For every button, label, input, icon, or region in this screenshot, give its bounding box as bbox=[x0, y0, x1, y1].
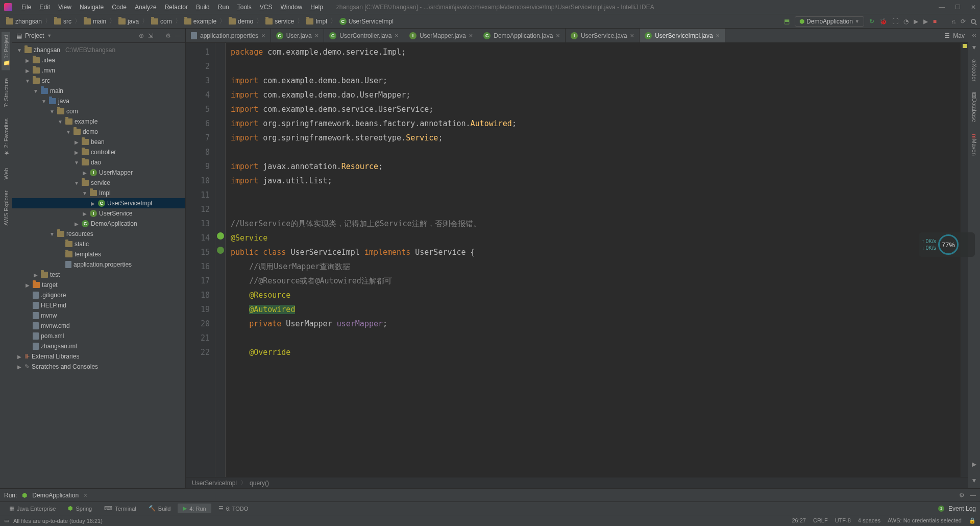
breadcrumb-item[interactable]: Impl bbox=[304, 18, 329, 25]
editor-tab[interactable]: application.properties× bbox=[186, 29, 271, 42]
git-icon[interactable]: ⎌ bbox=[952, 18, 955, 25]
event-log-button[interactable]: Event Log bbox=[948, 505, 976, 512]
code-content[interactable]: package com.example.demo.service.Impl; i… bbox=[226, 43, 961, 477]
close-tab-icon[interactable]: × bbox=[315, 32, 319, 39]
editor-tab[interactable]: CDemoApplication.java× bbox=[478, 29, 566, 42]
menu-help[interactable]: Help bbox=[307, 3, 326, 12]
breadcrumb-item[interactable]: zhangsan bbox=[4, 18, 44, 25]
file-encoding[interactable]: UTF-8 bbox=[835, 517, 851, 524]
code-line[interactable]: @Autowired bbox=[231, 302, 961, 317]
code-line[interactable]: @Resource bbox=[231, 288, 961, 302]
code-line[interactable] bbox=[231, 145, 961, 159]
tree-node[interactable]: zhangsan.iml bbox=[12, 341, 185, 351]
bottom-tab[interactable]: ▶4: Run bbox=[178, 504, 211, 513]
breadcrumb-item[interactable]: main bbox=[82, 18, 108, 25]
breadcrumb-item[interactable]: src bbox=[52, 18, 74, 25]
tree-node[interactable]: ▶bean bbox=[12, 137, 185, 147]
code-line[interactable]: //调用UserMapper查询数据 bbox=[231, 259, 961, 274]
side-tab-structure[interactable]: 7: Structure bbox=[2, 75, 10, 110]
side-tab-aixcoder[interactable]: aiXcoder bbox=[970, 56, 978, 84]
crumb-method[interactable]: query() bbox=[250, 480, 269, 487]
tree-node[interactable]: mvnw bbox=[12, 310, 185, 321]
tree-node[interactable]: ▼zhangsanC:\WEB\zhangsan bbox=[12, 45, 185, 55]
stop-icon[interactable]: ■ bbox=[933, 18, 937, 25]
menu-refactor[interactable]: Refactor bbox=[162, 3, 191, 12]
code-line[interactable]: //@Resource或者@Autowired注解都可 bbox=[231, 274, 961, 288]
tree-node[interactable]: static bbox=[12, 239, 185, 249]
hide-icon[interactable]: — bbox=[970, 492, 976, 499]
debug-icon[interactable]: 🐞 bbox=[879, 18, 887, 25]
close-tab-icon[interactable]: × bbox=[261, 32, 265, 39]
menu-code[interactable]: Code bbox=[109, 3, 130, 12]
tree-node[interactable]: application.properties bbox=[12, 259, 185, 270]
menu-vcs[interactable]: VCS bbox=[257, 3, 276, 12]
status-icon[interactable]: ▭ bbox=[4, 517, 9, 524]
expand-icon[interactable]: ⇲ bbox=[148, 32, 153, 39]
play-icon[interactable]: ▶ bbox=[914, 18, 918, 25]
settings-icon[interactable]: ⚙ bbox=[165, 32, 171, 39]
close-icon[interactable]: ✕ bbox=[971, 4, 976, 11]
tree-node[interactable]: ▶.mvn bbox=[12, 65, 185, 76]
tree-node[interactable]: ▼com bbox=[12, 106, 185, 116]
crumb-class[interactable]: UserServiceImpl bbox=[192, 480, 237, 487]
side-tab-aws[interactable]: AWS Explorer bbox=[2, 187, 10, 229]
error-stripe[interactable] bbox=[961, 43, 968, 477]
code-line[interactable]: private UserMapper userMapper; bbox=[231, 317, 961, 331]
tree-node[interactable]: pom.xml bbox=[12, 331, 185, 341]
tree-node[interactable]: ▶target bbox=[12, 280, 185, 290]
run-config-name[interactable]: DemoApplication bbox=[32, 492, 79, 499]
bottom-tab[interactable]: ⬢Spring bbox=[63, 504, 97, 513]
side-tab-favorites[interactable]: ★2: Favorites bbox=[2, 115, 10, 159]
tree-node[interactable]: ▼resources bbox=[12, 229, 185, 239]
editor-tab[interactable]: CUser.java× bbox=[271, 29, 325, 42]
tree-node[interactable]: ▶CUserServiceImpl bbox=[12, 198, 185, 208]
run-config-selector[interactable]: ⬢ DemoApplication ▼ bbox=[795, 16, 864, 27]
code-line[interactable]: package com.example.demo.service.Impl; bbox=[231, 45, 961, 59]
close-tab-icon[interactable]: × bbox=[630, 32, 634, 39]
search-icon[interactable] bbox=[971, 19, 976, 24]
close-tab-icon[interactable]: × bbox=[556, 32, 560, 39]
code-line[interactable] bbox=[231, 188, 961, 202]
code-line[interactable]: import com.example.demo.bean.User; bbox=[231, 74, 961, 88]
locate-icon[interactable]: ⊕ bbox=[139, 32, 144, 39]
tree-node[interactable]: ▶.idea bbox=[12, 55, 185, 65]
tree-node[interactable]: ▶CDemoApplication bbox=[12, 219, 185, 229]
play-icon[interactable]: ▶ bbox=[972, 461, 976, 468]
bottom-tab[interactable]: ⌨Terminal bbox=[99, 504, 141, 513]
code-line[interactable]: //UserService的具体实现类，记得加上@Service注解，否则会报错… bbox=[231, 217, 961, 231]
menu-navigate[interactable]: Navigate bbox=[77, 3, 107, 12]
editor-tab[interactable]: CUserController.java× bbox=[324, 29, 404, 42]
project-tree[interactable]: ▼zhangsanC:\WEB\zhangsan▶.idea▶.mvn▼src▼… bbox=[12, 43, 185, 488]
breadcrumb-item[interactable]: demo bbox=[227, 18, 255, 25]
code-line[interactable]: import org.springframework.beans.factory… bbox=[231, 116, 961, 131]
tree-node[interactable]: ▼main bbox=[12, 86, 185, 96]
code-line[interactable] bbox=[231, 331, 961, 345]
menu-build[interactable]: Build bbox=[193, 3, 213, 12]
tree-node[interactable]: ▶⊪External Libraries bbox=[12, 351, 185, 362]
menu-analyze[interactable]: Analyze bbox=[132, 3, 160, 12]
editor-tab[interactable]: IUserMapper.java× bbox=[404, 29, 478, 42]
run-icon[interactable]: ↻ bbox=[869, 18, 874, 25]
side-tab-project[interactable]: 📁1: Project bbox=[2, 32, 10, 70]
tree-node[interactable]: .gitignore bbox=[12, 290, 185, 300]
lock-icon[interactable]: 🔒 bbox=[969, 517, 976, 524]
breadcrumb-item[interactable]: java bbox=[116, 18, 141, 25]
coverage-icon[interactable]: ⛶ bbox=[892, 18, 898, 25]
tree-node[interactable]: ▼src bbox=[12, 76, 185, 86]
collapse-icon[interactable]: ‹‹ bbox=[972, 32, 976, 39]
menu-view[interactable]: View bbox=[55, 3, 75, 12]
tree-node[interactable]: ▼example bbox=[12, 116, 185, 127]
menu-file[interactable]: File bbox=[18, 3, 34, 12]
breadcrumb-item[interactable]: CUserServiceImpl bbox=[337, 18, 396, 25]
tree-node[interactable]: ▼java bbox=[12, 96, 185, 106]
implements-icon[interactable] bbox=[217, 247, 224, 254]
code-line[interactable]: @Override bbox=[231, 345, 961, 360]
menu-run[interactable]: Run bbox=[215, 3, 232, 12]
code-line[interactable] bbox=[231, 202, 961, 217]
maximize-icon[interactable]: ☐ bbox=[955, 4, 961, 11]
tree-node[interactable]: templates bbox=[12, 249, 185, 259]
caret-position[interactable]: 26:27 bbox=[792, 517, 806, 524]
tree-node[interactable]: ▶controller bbox=[12, 147, 185, 157]
close-tab-icon[interactable]: × bbox=[469, 32, 473, 39]
debug2-icon[interactable]: ▶ bbox=[923, 18, 928, 25]
